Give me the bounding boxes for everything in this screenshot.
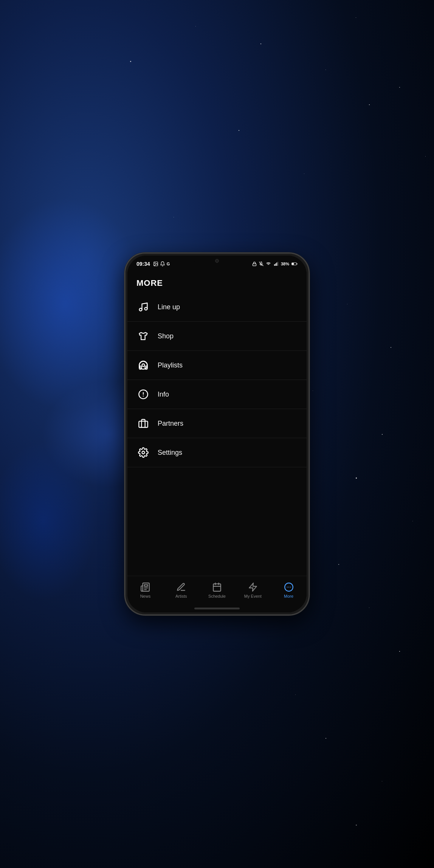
svg-rect-19 [139,421,147,427]
svg-marker-25 [249,583,257,591]
schedule-nav-label: Schedule [208,594,226,598]
partners-icon [136,417,150,430]
partners-label: Partners [158,420,183,428]
phone-device: 09:34 G [124,253,310,615]
page-title: MORE [127,272,307,293]
info-label: Info [158,391,169,398]
nav-item-schedule[interactable]: Schedule [199,582,235,598]
nav-item-news[interactable]: News [127,582,163,598]
more-nav-icon [284,582,294,592]
svg-point-15 [142,364,145,367]
menu-item-info[interactable]: Info [127,380,307,409]
artists-nav-icon [176,582,186,592]
nav-item-artists[interactable]: Artists [163,582,199,598]
bottom-nav: News Artists [127,576,307,608]
content-spacer [127,467,307,576]
shop-icon [136,329,150,343]
svg-rect-6 [275,264,276,266]
wifi-icon [266,262,271,266]
news-nav-label: News [140,594,151,598]
status-right: 38% [252,262,298,266]
myevent-nav-label: My Event [244,594,262,598]
status-time: 09:34 [136,261,150,267]
status-bar: 09:34 G [127,256,307,272]
svg-point-28 [288,586,289,587]
svg-rect-10 [297,263,298,264]
status-left: 09:34 G [136,261,170,267]
schedule-nav-icon [212,582,222,592]
svg-rect-11 [292,263,294,265]
phone-frame: 09:34 G [124,253,310,615]
svg-point-12 [140,308,142,311]
nav-item-more[interactable]: More [271,582,307,598]
battery-icon [291,262,298,266]
bell-icon [160,261,165,267]
google-icon: G [167,262,170,266]
menu-item-lineup[interactable]: Line up [127,293,307,322]
settings-icon [136,446,150,459]
menu-item-partners[interactable]: Partners [127,409,307,438]
info-icon [136,388,150,401]
svg-rect-2 [253,264,256,266]
svg-point-1 [155,263,155,264]
playlists-label: Playlists [158,361,183,369]
artists-nav-label: Artists [175,594,187,598]
status-icons-left: G [153,261,170,267]
home-indicator [194,608,240,609]
mute-icon [259,262,264,266]
phone-screen: 09:34 G [127,256,307,612]
svg-point-20 [142,451,145,454]
battery-percent: 38% [281,262,289,266]
menu-item-playlists[interactable]: Playlists [127,351,307,380]
svg-point-27 [287,586,287,587]
camera [215,259,219,263]
lock-icon [252,262,257,266]
svg-rect-5 [274,264,275,266]
signal-icon [273,262,279,266]
lineup-label: Line up [158,303,180,311]
myevent-nav-icon [248,582,258,592]
menu-item-settings[interactable]: Settings [127,438,307,467]
photo-icon [153,261,158,267]
menu-list: Line up Shop [127,293,307,467]
more-nav-label: More [284,594,293,598]
nav-item-myevent[interactable]: My Event [235,582,271,598]
svg-point-29 [290,586,291,587]
svg-rect-7 [276,263,277,266]
shop-label: Shop [158,332,174,340]
playlists-icon [136,358,150,372]
app-content: MORE Line up [127,272,307,612]
menu-item-shop[interactable]: Shop [127,322,307,351]
svg-rect-21 [213,584,221,591]
svg-rect-8 [277,262,278,266]
notch [194,256,240,266]
lineup-icon [136,300,150,314]
settings-label: Settings [158,449,182,457]
news-nav-icon [140,582,150,592]
svg-point-13 [145,307,147,310]
